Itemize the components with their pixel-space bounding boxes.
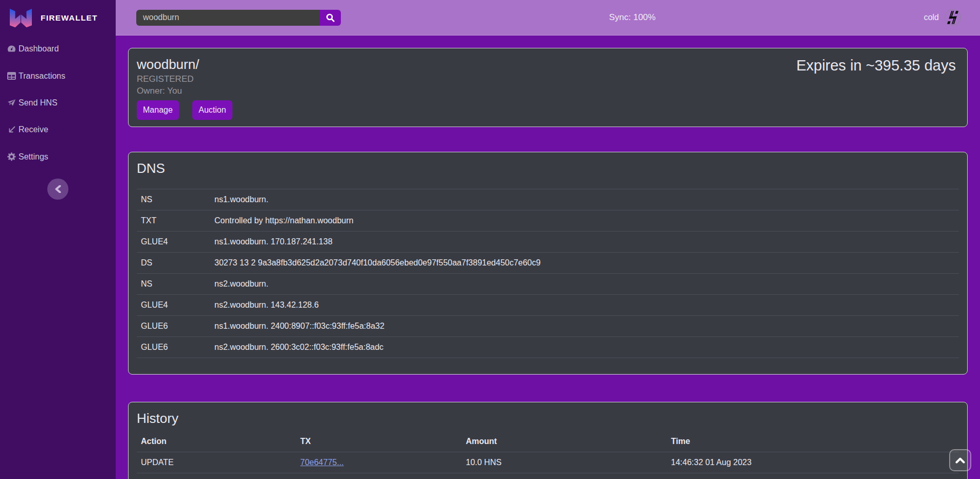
- dns-record-row: NSns2.woodburn.: [137, 274, 959, 295]
- domain-owner: Owner: You: [137, 85, 232, 97]
- dns-record-value: Controlled by https://nathan.woodburn: [210, 210, 959, 232]
- settings-icon: [7, 152, 16, 161]
- sidebar-item-label: Receive: [19, 125, 48, 134]
- sidebar-collapse-button[interactable]: [47, 179, 68, 200]
- auction-button[interactable]: Auction: [192, 100, 232, 120]
- search-input[interactable]: [136, 10, 320, 26]
- dns-record-row: GLUE4ns1.woodburn. 170.187.241.138: [137, 232, 959, 253]
- transactions-icon: [7, 72, 16, 80]
- wallet-name: cold: [924, 13, 939, 22]
- sidebar: FIREWALLET DashboardTransactionsSend HNS…: [0, 0, 116, 479]
- dns-record-type: GLUE6: [137, 316, 210, 337]
- sidebar-item-label: Dashboard: [19, 44, 59, 54]
- wallet-group[interactable]: cold: [924, 9, 961, 26]
- history-card-title: History: [137, 411, 959, 427]
- sidebar-nav: DashboardTransactionsSend HNSReceiveSett…: [0, 36, 116, 170]
- domain-actions: Manage Auction: [137, 100, 232, 120]
- dns-record-type: GLUE4: [137, 232, 210, 253]
- sidebar-item-icon: [7, 98, 16, 107]
- search-button[interactable]: [320, 10, 341, 26]
- dns-record-row: DS30273 13 2 9a3a8fb3d625d2a2073d740f10d…: [137, 253, 959, 274]
- history-time: 15:47:06 07 Feb 2023: [667, 473, 959, 479]
- history-amount: 10.0 HNS: [462, 473, 667, 479]
- dns-record-type: GLUE4: [137, 295, 210, 316]
- history-time: 14:46:32 01 Aug 2023: [667, 452, 959, 473]
- dns-card: DNS NSns1.woodburn.TXTControlled by http…: [128, 152, 968, 375]
- dns-record-type: DS: [137, 253, 210, 274]
- history-row: UPDATE70e64775...10.0 HNS14:46:32 01 Aug…: [137, 452, 959, 473]
- dns-record-type: GLUE6: [137, 337, 210, 358]
- firewallet-logo-icon: [10, 8, 32, 27]
- dns-record-value: ns1.woodburn. 2400:8907::f03c:93ff:fe5a:…: [210, 316, 959, 337]
- history-action: RENEW: [137, 473, 296, 479]
- dns-record-row: GLUE6ns2.woodburn. 2600:3c02::f03c:93ff:…: [137, 337, 959, 358]
- brand: FIREWALLET: [0, 0, 116, 36]
- topbar: Sync: 100% cold: [116, 0, 980, 36]
- dns-record-type: NS: [137, 274, 210, 295]
- history-row: RENEWd70c3e9...10.0 HNS15:47:06 07 Feb 2…: [137, 473, 959, 479]
- history-table: ActionTXAmountTime UPDATE70e64775...10.0…: [137, 431, 959, 479]
- domain-status: REGISTERED: [137, 73, 232, 85]
- sidebar-item-settings[interactable]: Settings: [0, 144, 116, 170]
- sidebar-item-dashboard[interactable]: Dashboard: [0, 36, 116, 62]
- history-header-time: Time: [667, 431, 959, 452]
- domain-card: woodburn/ REGISTERED Owner: You Manage A…: [128, 48, 968, 127]
- dns-record-value: ns1.woodburn. 170.187.241.138: [210, 232, 959, 253]
- history-amount: 10.0 HNS: [462, 452, 667, 473]
- dns-record-value: ns1.woodburn.: [210, 189, 959, 210]
- dns-card-title: DNS: [137, 161, 959, 176]
- dns-record-value: ns2.woodburn.: [210, 274, 959, 295]
- dns-record-row: GLUE6ns1.woodburn. 2400:8907::f03c:93ff:…: [137, 316, 959, 337]
- handshake-logo-icon: [945, 9, 961, 26]
- search-icon: [326, 13, 335, 22]
- history-header-action: Action: [137, 431, 296, 452]
- dns-record-value: ns2.woodburn. 2600:3c02::f03c:93ff:fe5a:…: [210, 337, 959, 358]
- search-group: [136, 10, 341, 26]
- history-header-amount: Amount: [462, 431, 667, 452]
- manage-button[interactable]: Manage: [137, 100, 179, 120]
- sidebar-item-send-hns[interactable]: Send HNS: [0, 90, 116, 116]
- dns-record-value: ns2.woodburn. 143.42.128.6: [210, 295, 959, 316]
- chevron-left-icon: [55, 185, 61, 193]
- history-header-tx: TX: [296, 431, 462, 452]
- sidebar-item-label: Send HNS: [19, 98, 58, 108]
- history-card: History ActionTXAmountTime UPDATE70e6477…: [128, 402, 968, 479]
- dns-record-type: NS: [137, 189, 210, 210]
- tx-link[interactable]: 70e64775...: [300, 458, 344, 467]
- domain-title: woodburn/: [137, 57, 232, 73]
- send-icon: [7, 99, 16, 107]
- main-content: woodburn/ REGISTERED Owner: You Manage A…: [116, 36, 980, 479]
- scroll-to-top-button[interactable]: [949, 449, 971, 471]
- receive-icon: [8, 126, 16, 134]
- sidebar-item-icon: [7, 126, 16, 134]
- dns-record-value: 30273 13 2 9a3a8fb3d625d2a2073d740f10da6…: [210, 253, 959, 274]
- sidebar-item-receive[interactable]: Receive: [0, 116, 116, 143]
- brand-name: FIREWALLET: [41, 13, 98, 23]
- history-action: UPDATE: [137, 452, 296, 473]
- dns-record-row: TXTControlled by https://nathan.woodburn: [137, 210, 959, 232]
- dashboard-icon: [7, 45, 16, 53]
- dns-record-type: TXT: [137, 210, 210, 232]
- sidebar-item-label: Transactions: [19, 72, 65, 81]
- dns-table: NSns1.woodburn.TXTControlled by https://…: [137, 189, 959, 358]
- sidebar-item-icon: [7, 152, 16, 161]
- sidebar-item-label: Settings: [19, 152, 48, 162]
- domain-expires: Expires in ~395.35 days: [796, 57, 959, 118]
- sync-status: Sync: 100%: [609, 12, 656, 23]
- sidebar-item-icon: [7, 72, 16, 80]
- domain-card-left: woodburn/ REGISTERED Owner: You Manage A…: [137, 57, 232, 118]
- dns-record-row: GLUE4ns2.woodburn. 143.42.128.6: [137, 295, 959, 316]
- dns-record-row: NSns1.woodburn.: [137, 189, 959, 210]
- sidebar-item-icon: [7, 45, 16, 54]
- sidebar-item-transactions[interactable]: Transactions: [0, 62, 116, 89]
- chevron-up-icon: [955, 457, 965, 464]
